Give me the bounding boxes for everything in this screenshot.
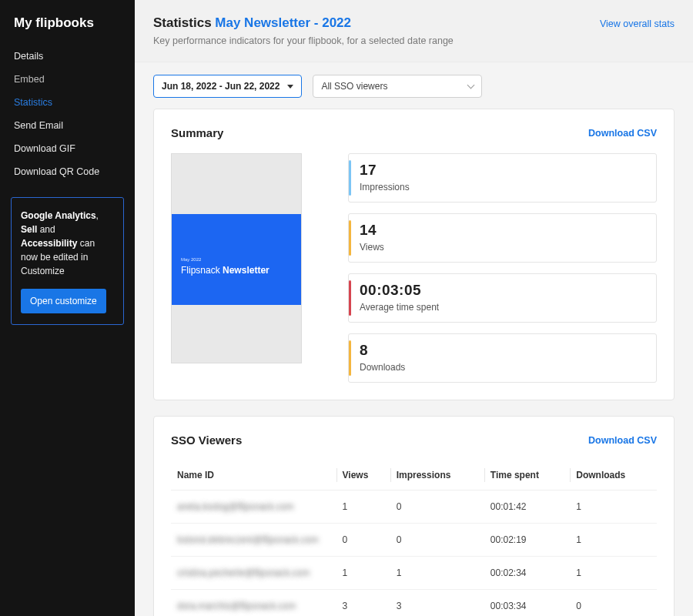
cell-impressions: 1 xyxy=(390,557,484,590)
flipbook-thumbnail[interactable]: May 2022 Flipsnack Newsletter xyxy=(171,153,302,363)
stat-impressions-label: Impressions xyxy=(360,182,645,192)
thumbnail-date: May 2022 xyxy=(181,257,292,262)
table-row: dora.marchis@flipsnack.com 3 3 00:03:34 … xyxy=(171,590,657,617)
date-range-picker[interactable]: Jun 18, 2022 - Jun 22, 2022 xyxy=(153,75,302,98)
stat-avg-time-value: 00:03:05 xyxy=(360,282,645,299)
thumbnail-title: Flipsnack Newsletter xyxy=(181,265,292,276)
cell-name: cristina.pecherle@flipsnack.com xyxy=(177,567,310,578)
cell-views: 3 xyxy=(336,590,390,617)
cell-downloads: 1 xyxy=(570,490,657,524)
promo-text: Google Analytics, Sell and Accessibility… xyxy=(21,210,99,276)
col-downloads[interactable]: Downloads xyxy=(570,460,657,490)
sidebar: My flipbooks Details Embed Statistics Se… xyxy=(0,0,135,616)
cell-downloads: 1 xyxy=(570,524,657,557)
stat-views-label: Views xyxy=(360,242,645,253)
cell-impressions: 0 xyxy=(390,490,484,524)
caret-down-icon xyxy=(287,85,293,89)
cell-time: 00:01:42 xyxy=(484,490,570,524)
date-range-value: Jun 18, 2022 - Jun 22, 2022 xyxy=(162,81,280,92)
controls-row: Jun 18, 2022 - Jun 22, 2022 All SSO view… xyxy=(153,75,675,98)
sidebar-item-embed[interactable]: Embed xyxy=(0,68,135,91)
sidebar-item-send-email[interactable]: Send Email xyxy=(0,114,135,137)
promo-box: Google Analytics, Sell and Accessibility… xyxy=(11,197,124,325)
content-area: Jun 18, 2022 - Jun 22, 2022 All SSO view… xyxy=(135,62,693,616)
page-subtitle: Key performance indicators for your flip… xyxy=(153,35,454,46)
table-row: cristina.pecherle@flipsnack.com 1 1 00:0… xyxy=(171,557,657,590)
page-title: Statistics May Newsletter - 2022 xyxy=(153,15,454,31)
stat-impressions-value: 17 xyxy=(360,162,645,179)
stat-downloads-value: 8 xyxy=(360,342,645,359)
cell-time: 00:02:34 xyxy=(484,557,570,590)
sso-viewers-card: SSO Viewers Download CSV Name ID Views I… xyxy=(153,416,675,616)
cell-views: 0 xyxy=(336,524,390,557)
summary-title: Summary xyxy=(171,126,223,139)
cell-views: 1 xyxy=(336,490,390,524)
col-time-spent[interactable]: Time spent xyxy=(484,460,570,490)
sidebar-item-statistics[interactable]: Statistics xyxy=(0,91,135,114)
sso-viewers-title: SSO Viewers xyxy=(171,434,242,447)
cell-time: 00:02:19 xyxy=(484,524,570,557)
view-overall-stats-link[interactable]: View overall stats xyxy=(600,18,675,29)
open-customize-button[interactable]: Open customize xyxy=(21,289,106,313)
cell-views: 1 xyxy=(336,557,390,590)
sidebar-item-details[interactable]: Details xyxy=(0,45,135,68)
summary-download-csv-link[interactable]: Download CSV xyxy=(588,128,657,139)
stat-downloads-label: Downloads xyxy=(360,362,645,373)
cell-downloads: 1 xyxy=(570,557,657,590)
sso-viewers-tbody: aneta.bodog@flipsnack.com 1 0 00:01:42 1… xyxy=(171,490,657,617)
cell-name: aneta.bodog@flipsnack.com xyxy=(177,501,294,512)
sidebar-title: My flipbooks xyxy=(0,15,135,45)
sidebar-item-download-gif[interactable]: Download GIF xyxy=(0,137,135,160)
sso-viewer-select[interactable]: All SSO viewers xyxy=(313,75,482,98)
flipbook-name: May Newsletter - 2022 xyxy=(215,15,351,30)
sidebar-item-download-qr[interactable]: Download QR Code xyxy=(0,160,135,183)
sso-select-value: All SSO viewers xyxy=(321,81,387,92)
cell-downloads: 0 xyxy=(570,590,657,617)
cell-name: botond.debreczeni@flipsnack.com xyxy=(177,534,319,545)
stat-views: 14 Views xyxy=(348,213,657,263)
table-row: botond.debreczeni@flipsnack.com 0 0 00:0… xyxy=(171,524,657,557)
sso-download-csv-link[interactable]: Download CSV xyxy=(588,435,657,446)
stat-impressions: 17 Impressions xyxy=(348,153,657,203)
summary-card: Summary Download CSV May 2022 Flipsnack … xyxy=(153,109,675,400)
stat-downloads: 8 Downloads xyxy=(348,333,657,383)
cell-name: dora.marchis@flipsnack.com xyxy=(177,601,296,611)
cell-impressions: 3 xyxy=(390,590,484,617)
main: Statistics May Newsletter - 2022 Key per… xyxy=(135,0,693,616)
chevron-down-icon xyxy=(467,82,475,89)
sso-viewers-table: Name ID Views Impressions Time spent Dow… xyxy=(171,460,657,616)
stat-avg-time-label: Average time spent xyxy=(360,302,645,313)
table-row: aneta.bodog@flipsnack.com 1 0 00:01:42 1 xyxy=(171,490,657,524)
cell-impressions: 0 xyxy=(390,524,484,557)
cell-time: 00:03:34 xyxy=(484,590,570,617)
col-views[interactable]: Views xyxy=(336,460,390,490)
col-impressions[interactable]: Impressions xyxy=(390,460,484,490)
col-name-id[interactable]: Name ID xyxy=(171,460,336,490)
stat-views-value: 14 xyxy=(360,222,645,239)
stat-avg-time: 00:03:05 Average time spent xyxy=(348,273,657,323)
page-header: Statistics May Newsletter - 2022 Key per… xyxy=(135,0,693,62)
